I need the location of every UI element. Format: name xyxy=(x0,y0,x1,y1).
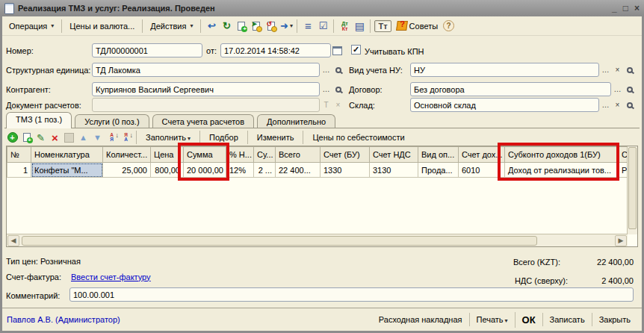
col-header-subconto[interactable]: Субконто доходов 1(БУ) xyxy=(505,147,619,163)
go-to-icon[interactable] xyxy=(279,19,293,32)
nu-type-input[interactable]: НУ xyxy=(410,63,599,77)
cost-prices-button[interactable]: Цены по себестоимости xyxy=(307,131,409,143)
contract-select-button[interactable]: … xyxy=(611,82,624,96)
col-header-total[interactable]: Всего xyxy=(276,147,321,163)
table-horizontal-scrollbar[interactable]: ◀ ▶ xyxy=(7,234,628,246)
enter-on-basis-icon[interactable] xyxy=(205,19,218,32)
actions-menu-button[interactable]: Действия xyxy=(146,20,196,32)
maximize-button[interactable]: □ xyxy=(623,3,628,13)
kpn-checkbox[interactable]: ✓ xyxy=(351,45,361,55)
debit-credit-icon[interactable] xyxy=(338,19,351,32)
col-header-vat-percent[interactable]: % Н... xyxy=(226,147,254,163)
col-header-quantity[interactable]: Количест... xyxy=(103,147,151,163)
nu-type-clear-button[interactable]: × xyxy=(611,63,624,77)
counterparty-input[interactable]: Куприянов Василий Сергеевич xyxy=(92,82,320,96)
edit-row-icon[interactable] xyxy=(34,131,47,143)
cell-subconto[interactable]: Доход от реализации тов... xyxy=(505,163,619,178)
cell-account-bu[interactable]: 1330 xyxy=(321,163,370,178)
warehouse-clear-button[interactable]: × xyxy=(611,98,624,112)
structural-unit-open-button[interactable] xyxy=(332,63,344,77)
col-header-operation-type[interactable]: Вид оп... xyxy=(418,147,459,163)
comment-input[interactable]: 100.00.001 xyxy=(69,287,634,302)
advices-button[interactable]: Советы xyxy=(393,19,442,32)
cell-quantity[interactable]: 25,000 xyxy=(103,163,151,178)
document-structure-icon[interactable] xyxy=(301,19,315,32)
cell-num[interactable]: 1 xyxy=(7,163,31,178)
change-button[interactable]: Изменить xyxy=(252,131,300,143)
warehouse-input[interactable]: Основной склад xyxy=(410,98,599,112)
kpn-checkbox-label[interactable]: Учитывать КПН xyxy=(365,45,424,57)
cell-account-vat[interactable]: 3130 xyxy=(370,163,418,178)
col-header-price[interactable]: Цена xyxy=(151,147,184,163)
date-input[interactable]: 17.02.2014 14:58:42 xyxy=(220,43,331,57)
separator xyxy=(303,131,303,144)
cell-vat-amount[interactable]: 2 ... xyxy=(254,163,276,178)
cell-price[interactable]: 800,00 xyxy=(151,163,184,178)
counterparty-open-button[interactable] xyxy=(332,82,344,96)
cell-operation-type[interactable]: Прода... xyxy=(418,163,459,178)
table-header-row: № Номенклатура Количест... Цена Сумма % … xyxy=(7,147,628,163)
unpost-document-icon[interactable]: ↺ xyxy=(264,19,278,32)
invoice-link[interactable]: Ввести счет-фактуру xyxy=(71,270,151,283)
minimize-button[interactable]: _ xyxy=(612,3,617,13)
number-input[interactable]: ТДЛ00000001 xyxy=(92,43,202,57)
move-down-icon[interactable] xyxy=(91,131,104,143)
calendar-button[interactable] xyxy=(331,43,344,57)
col-header-nomenclature[interactable]: Номенклатура xyxy=(31,147,103,163)
tab-settlement-accounts[interactable]: Счета учета расчетов xyxy=(152,114,254,128)
horizontal-scrollbar-thumb[interactable] xyxy=(22,236,537,246)
tab-services[interactable]: Услуги (0 поз.) xyxy=(75,114,149,128)
delete-row-icon[interactable] xyxy=(49,131,61,143)
fill-menu-button[interactable]: Заполнить xyxy=(140,131,196,143)
counterparty-select-button[interactable]: … xyxy=(320,82,332,96)
scroll-left-arrow[interactable]: ◀ xyxy=(7,235,19,246)
tt-toggle-button[interactable]: Тт xyxy=(374,20,391,32)
table-toolbar: + + ↓ ↓ Заполнить Подбор Изменить Цены п… xyxy=(6,129,638,146)
warehouse-open-button[interactable] xyxy=(623,98,636,112)
cell-total[interactable]: 22 400... xyxy=(276,163,321,178)
copy-row-icon[interactable]: + xyxy=(20,131,33,143)
close-button[interactable]: × xyxy=(634,3,640,13)
tab-additional[interactable]: Дополнительно xyxy=(257,114,335,128)
col-header-num[interactable]: № xyxy=(7,147,31,163)
scroll-right-arrow[interactable]: ▶ xyxy=(615,235,627,246)
col-header-account-vat[interactable]: Счет НДС xyxy=(370,147,418,163)
cell-vat-percent[interactable]: 12% xyxy=(226,163,254,178)
sort-ascending-icon[interactable]: ↓ xyxy=(105,131,118,143)
print-button[interactable]: Печать xyxy=(469,313,515,326)
warehouse-select-button[interactable]: … xyxy=(599,98,612,112)
structural-unit-input[interactable]: ТД Лакомка xyxy=(92,63,320,77)
refresh-icon[interactable] xyxy=(220,19,233,32)
operation-menu-button[interactable]: Операция xyxy=(5,20,58,32)
cell-income-account[interactable]: 6010 xyxy=(459,163,505,178)
contract-open-button[interactable] xyxy=(623,82,636,96)
structural-unit-select-button[interactable]: … xyxy=(320,63,332,77)
journal-icon[interactable] xyxy=(353,19,366,32)
sort-descending-icon[interactable]: ↓ xyxy=(120,131,132,143)
table-vertical-scrollbar[interactable] xyxy=(627,146,637,234)
nu-type-select-button[interactable]: … xyxy=(599,63,612,77)
nu-type-open-button[interactable] xyxy=(623,63,636,77)
col-header-vat-amount[interactable]: Су... xyxy=(254,147,276,163)
save-button[interactable]: Записать xyxy=(542,313,592,326)
copy-document-icon[interactable]: + xyxy=(235,19,248,32)
col-header-income-account[interactable]: Счет дох... xyxy=(459,147,505,163)
move-up-icon[interactable] xyxy=(77,131,90,143)
prices-currency-button[interactable]: Цены и валюта... xyxy=(66,20,138,32)
cell-nomenclature[interactable]: Конфеты "М... xyxy=(31,163,103,178)
help-icon[interactable]: ? xyxy=(443,20,454,31)
contract-input[interactable]: Без договора xyxy=(410,82,611,96)
cell-amount[interactable]: 20 000,00 xyxy=(184,163,226,178)
post-document-icon[interactable]: ➤ xyxy=(250,19,263,32)
expense-note-button[interactable]: Расходная накладная xyxy=(372,313,469,326)
ok-button[interactable]: ОК xyxy=(515,312,542,328)
table-row[interactable]: 1 Конфеты "М... 25,000 800,00 20 000,00 … xyxy=(7,163,628,178)
tab-tmz[interactable]: ТМЗ (1 поз.) xyxy=(6,112,72,128)
add-row-icon[interactable]: + xyxy=(6,131,19,143)
vertical-scrollbar-thumb[interactable] xyxy=(628,147,637,229)
check-list-icon[interactable] xyxy=(316,19,329,32)
col-header-account-bu[interactable]: Счет (БУ) xyxy=(321,147,370,163)
col-header-amount[interactable]: Сумма xyxy=(184,147,226,163)
close-form-button[interactable]: Закрыть xyxy=(592,313,637,326)
pick-button[interactable]: Подбор xyxy=(204,131,244,143)
